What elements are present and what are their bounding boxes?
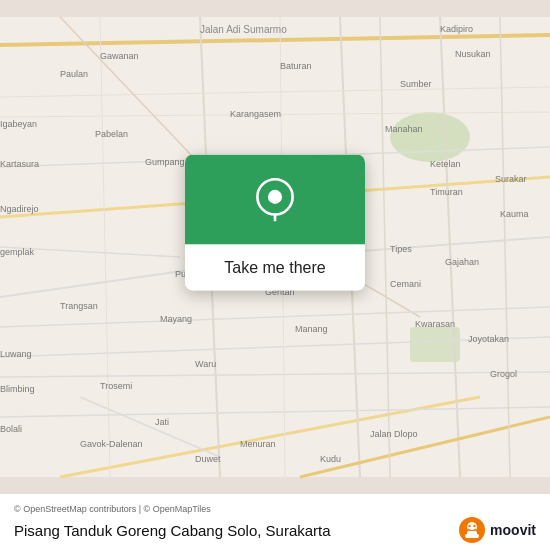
svg-point-1 (390, 112, 470, 162)
svg-text:Kudu: Kudu (320, 454, 341, 464)
svg-text:Baturan: Baturan (280, 61, 312, 71)
moovit-brand-icon (458, 516, 486, 544)
svg-text:Gumpang: Gumpang (145, 157, 185, 167)
svg-text:Mayang: Mayang (160, 314, 192, 324)
svg-text:Waru: Waru (195, 359, 216, 369)
bottom-bar: © OpenStreetMap contributors | © OpenMap… (0, 494, 550, 550)
place-info: Pisang Tanduk Goreng Cabang Solo, Suraka… (14, 516, 536, 544)
svg-text:Gavok-Dalenan: Gavok-Dalenan (80, 439, 143, 449)
svg-text:Gawanan: Gawanan (100, 51, 139, 61)
svg-text:Kauma: Kauma (500, 209, 529, 219)
svg-text:Manahan: Manahan (385, 124, 423, 134)
svg-text:Joyotakan: Joyotakan (468, 334, 509, 344)
svg-text:Menuran: Menuran (240, 439, 276, 449)
location-pin-icon (253, 178, 297, 222)
attribution-text: © OpenStreetMap contributors | © OpenMap… (14, 504, 536, 514)
map-container: Jalan Adi Sumarmo Gawanan Kadipiro Nusuk… (0, 0, 550, 494)
svg-point-74 (473, 525, 475, 527)
svg-text:Igabeyan: Igabeyan (0, 119, 37, 129)
moovit-logo: moovit (458, 516, 536, 544)
svg-rect-77 (467, 531, 477, 538)
svg-text:Sumber: Sumber (400, 79, 432, 89)
svg-text:Karangasem: Karangasem (230, 109, 281, 119)
svg-text:Luwang: Luwang (0, 349, 32, 359)
svg-text:Jati: Jati (155, 417, 169, 427)
place-name: Pisang Tanduk Goreng Cabang Solo, Suraka… (14, 522, 458, 539)
svg-text:Paulan: Paulan (60, 69, 88, 79)
svg-rect-2 (410, 327, 460, 362)
svg-text:Jalan Dlopo: Jalan Dlopo (370, 429, 418, 439)
svg-text:Trosemi: Trosemi (100, 381, 132, 391)
svg-text:Manang: Manang (295, 324, 328, 334)
svg-text:Nusukan: Nusukan (455, 49, 491, 59)
svg-text:Surakar: Surakar (495, 174, 527, 184)
svg-text:Blimbing: Blimbing (0, 384, 35, 394)
moovit-brand-text: moovit (490, 522, 536, 538)
svg-text:Tipes: Tipes (390, 244, 412, 254)
svg-text:Pabelan: Pabelan (95, 129, 128, 139)
popup-green-area (185, 155, 365, 245)
svg-text:Ketelan: Ketelan (430, 159, 461, 169)
svg-text:Kadipiro: Kadipiro (440, 24, 473, 34)
svg-point-69 (268, 190, 282, 204)
svg-text:Kwarasan: Kwarasan (415, 319, 455, 329)
svg-text:Bolali: Bolali (0, 424, 22, 434)
svg-text:Ngadirejo: Ngadirejo (0, 204, 39, 214)
svg-text:Grogol: Grogol (490, 369, 517, 379)
app: Jalan Adi Sumarmo Gawanan Kadipiro Nusuk… (0, 0, 550, 550)
svg-text:Jalan Adi Sumarmo: Jalan Adi Sumarmo (200, 24, 287, 35)
svg-point-73 (468, 525, 470, 527)
svg-text:Timuran: Timuran (430, 187, 463, 197)
svg-text:Cemani: Cemani (390, 279, 421, 289)
take-me-there-button[interactable]: Take me there (185, 245, 365, 291)
svg-text:Gajahan: Gajahan (445, 257, 479, 267)
popup-card: Take me there (185, 155, 365, 291)
svg-text:Kartasura: Kartasura (0, 159, 39, 169)
svg-text:Trangsan: Trangsan (60, 301, 98, 311)
svg-text:gemplak: gemplak (0, 247, 35, 257)
svg-text:Duwet: Duwet (195, 454, 221, 464)
